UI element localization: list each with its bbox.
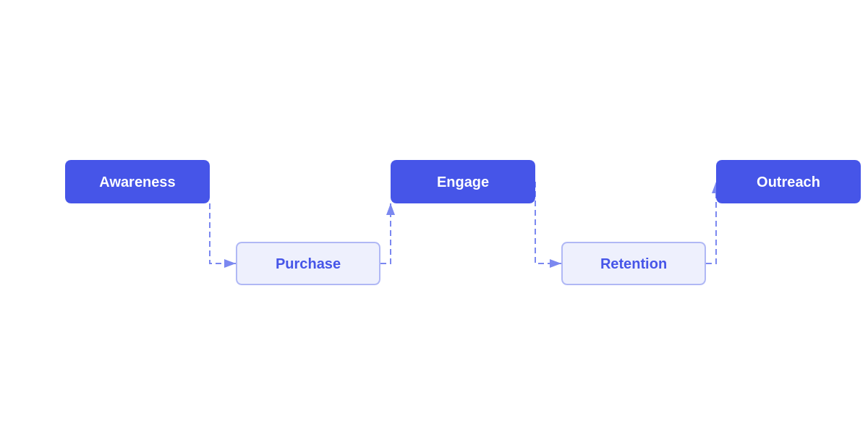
arrow-engage-retention: [535, 182, 561, 263]
arrow-retention-outreach: [706, 182, 716, 263]
arrow-awareness-purchase: [210, 203, 236, 263]
node-retention[interactable]: Retention: [561, 242, 706, 285]
arrows-svg: [36, 113, 832, 330]
node-purchase[interactable]: Purchase: [236, 242, 380, 285]
arrow-purchase-engage: [380, 203, 391, 263]
node-outreach[interactable]: Outreach: [716, 160, 861, 203]
node-awareness[interactable]: Awareness: [65, 160, 210, 203]
node-engage[interactable]: Engage: [391, 160, 535, 203]
flow-diagram: Awareness Purchase Engage Retention Outr…: [36, 113, 832, 330]
